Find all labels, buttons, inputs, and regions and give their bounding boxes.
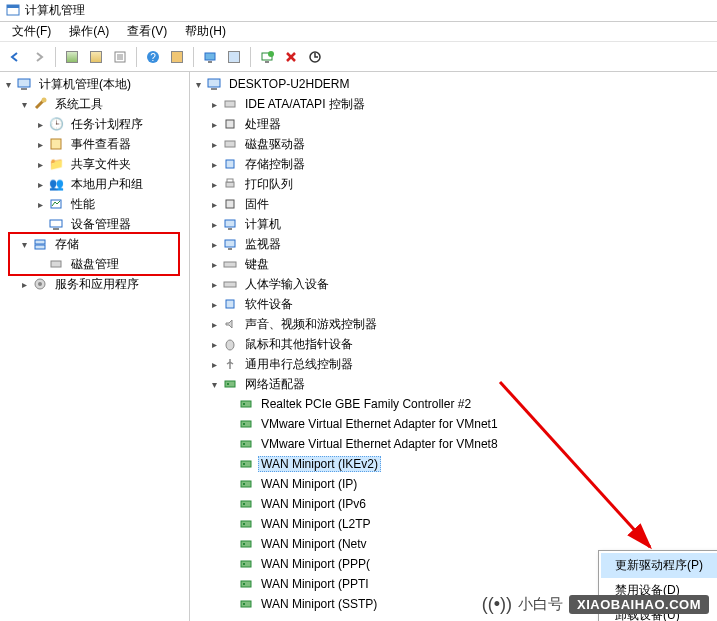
svg-rect-62 — [243, 543, 245, 545]
tree-task-scheduler[interactable]: ▸🕒任务计划程序 — [32, 114, 189, 134]
expand-icon[interactable]: ▾ — [18, 98, 30, 110]
svg-rect-42 — [224, 282, 236, 287]
expand-icon[interactable]: ▸ — [208, 318, 220, 330]
svg-point-12 — [268, 51, 274, 57]
menu-view[interactable]: 查看(V) — [119, 21, 175, 42]
expand-icon[interactable]: ▸ — [208, 358, 220, 370]
tree-local-users[interactable]: ▸👥本地用户和组 — [32, 174, 189, 194]
toolbar-btn-4[interactable] — [223, 46, 245, 68]
tree-shared-folders[interactable]: ▸📁共享文件夹 — [32, 154, 189, 174]
device-category[interactable]: ▸计算机 — [206, 214, 717, 234]
expand-icon[interactable]: ▸ — [208, 118, 220, 130]
device-category[interactable]: ▸声音、视频和游戏控制器 — [206, 314, 717, 334]
tree-root[interactable]: ▾ 计算机管理(本地) — [0, 74, 189, 94]
expand-icon[interactable]: ▸ — [208, 258, 220, 270]
network-adapter-item[interactable]: WAN Miniport (L2TP — [222, 514, 717, 534]
network-adapter-item[interactable]: VMware Virtual Ethernet Adapter for VMne… — [222, 434, 717, 454]
expand-icon[interactable]: ▸ — [208, 178, 220, 190]
svg-rect-45 — [225, 381, 235, 387]
tree-performance[interactable]: ▸性能 — [32, 194, 189, 214]
network-adapter-item[interactable]: WAN Miniport (IP) — [222, 474, 717, 494]
svg-rect-41 — [224, 262, 236, 267]
watermark: ((•)) 小白号 XIAOBAIHAO.COM — [482, 594, 709, 615]
category-icon — [222, 96, 238, 112]
expand-icon[interactable]: ▸ — [208, 338, 220, 350]
network-adapter-icon — [238, 576, 254, 592]
device-category[interactable]: ▸键盘 — [206, 254, 717, 274]
tree-event-viewer[interactable]: ▸事件查看器 — [32, 134, 189, 154]
network-adapter-icon — [238, 416, 254, 432]
device-category[interactable]: ▸软件设备 — [206, 294, 717, 314]
category-icon — [222, 176, 238, 192]
ctx-update-driver[interactable]: 更新驱动程序(P) — [601, 553, 717, 578]
device-root[interactable]: ▾ DESKTOP-U2HDERM — [190, 74, 717, 94]
monitor-button[interactable] — [199, 46, 221, 68]
device-category[interactable]: ▸磁盘驱动器 — [206, 134, 717, 154]
expand-icon[interactable]: ▸ — [208, 218, 220, 230]
device-category[interactable]: ▸存储控制器 — [206, 154, 717, 174]
tree-storage[interactable]: ▾ 存储 — [16, 234, 189, 254]
expand-icon[interactable]: ▸ — [34, 158, 46, 170]
network-adapter-icon — [238, 396, 254, 412]
nav-forward-button[interactable] — [28, 46, 50, 68]
menu-file[interactable]: 文件(F) — [4, 21, 59, 42]
uninstall-button[interactable] — [280, 46, 302, 68]
category-icon — [222, 196, 238, 212]
expand-icon[interactable]: ▸ — [208, 158, 220, 170]
expand-icon[interactable]: ▸ — [34, 198, 46, 210]
device-category[interactable]: ▸鼠标和其他指针设备 — [206, 334, 717, 354]
menu-action[interactable]: 操作(A) — [61, 21, 117, 42]
expand-icon[interactable]: ▸ — [208, 298, 220, 310]
svg-rect-63 — [241, 561, 251, 567]
svg-rect-49 — [241, 421, 251, 427]
nav-back-button[interactable] — [4, 46, 26, 68]
help-button[interactable]: ? — [142, 46, 164, 68]
network-adapter-icon — [238, 496, 254, 512]
svg-point-44 — [226, 340, 234, 350]
menu-help[interactable]: 帮助(H) — [177, 21, 234, 42]
category-icon — [222, 156, 238, 172]
network-adapter-item[interactable]: VMware Virtual Ethernet Adapter for VMne… — [222, 414, 717, 434]
console-tree[interactable]: ▾ 计算机管理(本地) ▾ 系统工具 ▸🕒任务计划程序 — [0, 72, 190, 621]
expand-icon[interactable]: ▾ — [192, 78, 204, 90]
tree-services-apps[interactable]: ▸ 服务和应用程序 — [16, 274, 189, 294]
tree-system-tools[interactable]: ▾ 系统工具 — [16, 94, 189, 114]
expand-icon[interactable]: ▸ — [208, 198, 220, 210]
expand-icon[interactable]: ▾ — [18, 238, 30, 250]
expand-icon[interactable]: ▾ — [208, 378, 220, 390]
scan-hardware-button[interactable] — [256, 46, 278, 68]
expand-icon[interactable]: ▸ — [34, 118, 46, 130]
network-adapter-item[interactable]: WAN Miniport (IPv6 — [222, 494, 717, 514]
network-adapter-item[interactable]: WAN Miniport (IKEv2) — [222, 454, 717, 474]
disk-icon — [48, 256, 64, 272]
expand-icon[interactable]: ▾ — [2, 78, 14, 90]
tree-disk-mgmt[interactable]: 磁盘管理 — [32, 254, 189, 274]
show-hide-tree-button[interactable] — [61, 46, 83, 68]
device-category[interactable]: ▸处理器 — [206, 114, 717, 134]
expand-icon[interactable]: ▸ — [34, 178, 46, 190]
expand-icon[interactable]: ▸ — [208, 138, 220, 150]
device-category[interactable]: ▸通用串行总线控制器 — [206, 354, 717, 374]
device-tree-panel[interactable]: ▾ DESKTOP-U2HDERM ▸IDE ATA/ATAPI 控制器▸处理器… — [190, 72, 717, 621]
window-title: 计算机管理 — [25, 2, 85, 19]
device-category-network[interactable]: ▾网络适配器 — [206, 374, 717, 394]
device-category[interactable]: ▸监视器 — [206, 234, 717, 254]
svg-rect-51 — [241, 441, 251, 447]
expand-icon[interactable]: ▸ — [208, 278, 220, 290]
network-adapter-item[interactable]: Realtek PCIe GBE Family Controller #2 — [222, 394, 717, 414]
properties-button[interactable] — [109, 46, 131, 68]
expand-icon[interactable]: ▸ — [18, 278, 30, 290]
device-category[interactable]: ▸固件 — [206, 194, 717, 214]
expand-icon[interactable]: ▸ — [208, 238, 220, 250]
expand-icon[interactable]: ▸ — [34, 138, 46, 150]
toolbar-btn-2[interactable] — [85, 46, 107, 68]
device-category[interactable]: ▸打印队列 — [206, 174, 717, 194]
device-category[interactable]: ▸人体学输入设备 — [206, 274, 717, 294]
update-driver-button[interactable] — [304, 46, 326, 68]
toolbar-btn-3[interactable] — [166, 46, 188, 68]
network-adapter-icon — [238, 436, 254, 452]
storage-icon — [32, 236, 48, 252]
tree-device-manager[interactable]: 设备管理器 — [32, 214, 189, 234]
expand-icon[interactable]: ▸ — [208, 98, 220, 110]
device-category[interactable]: ▸IDE ATA/ATAPI 控制器 — [206, 94, 717, 114]
